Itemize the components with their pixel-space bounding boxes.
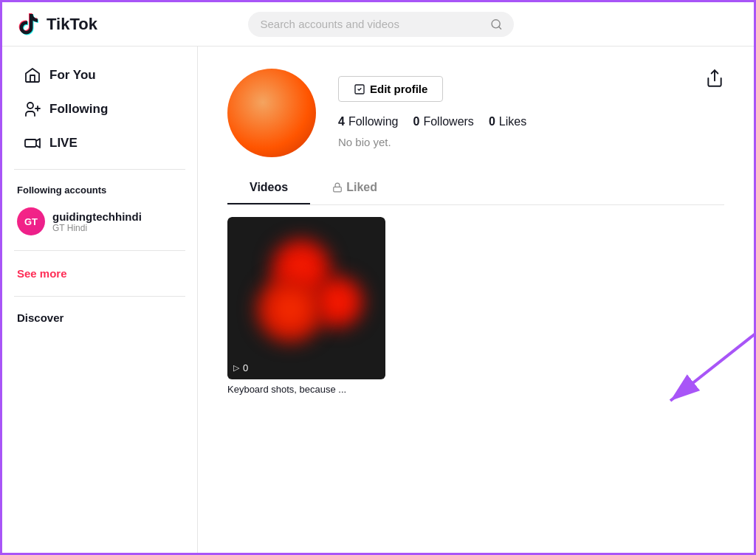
svg-rect-8 [334, 187, 342, 191]
profile-avatar [227, 69, 316, 157]
video-caption: Keyboard shots, because ... [227, 384, 385, 395]
following-count: 4 [338, 115, 345, 128]
logo[interactable]: TikTok [17, 13, 97, 36]
discover-label: Discover [2, 306, 197, 330]
profile-stats: 4 Following 0 Followers 0 Likes [338, 115, 724, 128]
logo-text: TikTok [47, 15, 97, 34]
svg-rect-5 [25, 139, 36, 147]
sidebar-item-for-you[interactable]: For You [8, 58, 191, 92]
tab-liked-label: Liked [346, 181, 377, 194]
sidebar-item-following[interactable]: Following [8, 92, 191, 126]
video-card[interactable]: ▷ 0 Keyboard shots, because ... [227, 217, 385, 395]
see-more-button[interactable]: See more [2, 260, 197, 287]
following-accounts-title: Following accounts [2, 179, 197, 201]
videos-grid: ▷ 0 Keyboard shots, because ... [227, 217, 724, 395]
content-tabs: Videos Liked [227, 172, 724, 205]
search-bar[interactable] [248, 12, 514, 37]
orb-decoration-3 [257, 276, 323, 342]
live-icon [23, 134, 42, 153]
profile-bio: No bio yet. [338, 136, 724, 148]
following-icon [23, 100, 42, 119]
likes-count: 0 [489, 115, 495, 128]
sidebar-divider [14, 169, 185, 170]
avatar: GT [17, 207, 45, 235]
video-play-count: ▷ 0 [233, 362, 248, 373]
search-icon [490, 18, 503, 31]
tab-liked[interactable]: Liked [310, 172, 399, 204]
home-icon [23, 66, 42, 85]
likes-stat[interactable]: 0 Likes [489, 115, 526, 128]
following-stat[interactable]: 4 Following [338, 115, 399, 128]
profile-header: Edit profile 4 Following 0 Followers [227, 69, 724, 157]
profile-details: Edit profile 4 Following 0 Followers [338, 69, 724, 148]
sidebar-divider-3 [14, 296, 185, 297]
account-info: guidingtechhindi GT Hindi [52, 210, 142, 233]
svg-line-1 [498, 27, 501, 29]
live-label: LIVE [49, 136, 78, 151]
followers-stat-label: Followers [423, 115, 473, 128]
profile-actions: Edit profile [338, 76, 724, 102]
tiktok-logo-icon [17, 13, 41, 36]
video-thumbnail: ▷ 0 [227, 217, 385, 379]
followers-stat[interactable]: 0 Followers [413, 115, 474, 128]
following-account-item[interactable]: GT guidingtechhindi GT Hindi [2, 201, 197, 241]
tab-videos-label: Videos [250, 181, 288, 193]
play-icon: ▷ [233, 363, 239, 373]
likes-stat-label: Likes [499, 115, 526, 128]
for-you-label: For You [49, 68, 96, 83]
edit-icon [354, 83, 365, 95]
share-icon [705, 69, 724, 88]
share-button[interactable] [705, 69, 724, 92]
account-name: guidingtechhindi [52, 210, 142, 223]
tab-liked-content: Liked [332, 181, 377, 194]
following-nav-label: Following [49, 102, 108, 117]
sidebar: For You Following [2, 46, 198, 555]
tab-videos[interactable]: Videos [227, 172, 310, 204]
edit-profile-label: Edit profile [370, 83, 427, 95]
svg-point-2 [27, 103, 33, 108]
sidebar-item-live[interactable]: LIVE [8, 126, 191, 160]
followers-count: 0 [413, 115, 420, 128]
main-content: Edit profile 4 Following 0 Followers [198, 46, 754, 555]
search-input[interactable] [260, 18, 484, 30]
lock-icon [332, 182, 343, 193]
header: TikTok [2, 2, 754, 46]
play-count: 0 [243, 362, 248, 373]
following-stat-label: Following [348, 115, 399, 128]
sidebar-divider-2 [14, 250, 185, 251]
account-handle: GT Hindi [52, 223, 142, 233]
edit-profile-button[interactable]: Edit profile [338, 76, 443, 102]
